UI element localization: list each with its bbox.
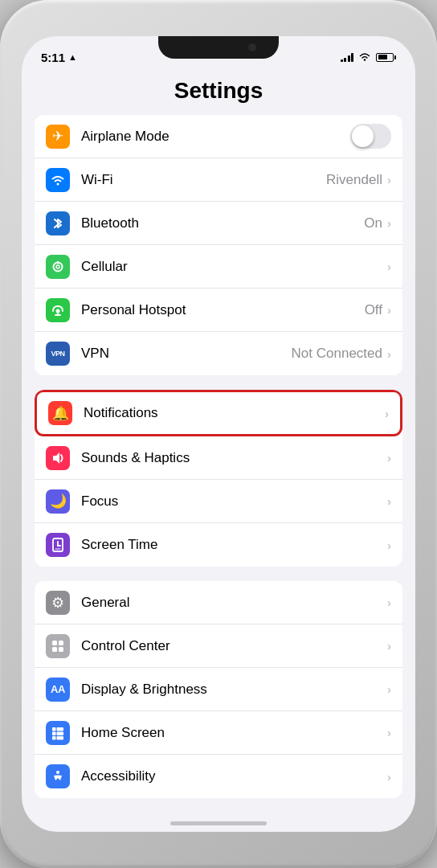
- bluetooth-label: Bluetooth: [81, 215, 364, 231]
- vpn-icon: VPN: [46, 342, 70, 366]
- wifi-label: Wi-Fi: [81, 172, 326, 188]
- cellular-icon: [46, 255, 70, 279]
- phone-frame: 5:11 ▲: [0, 0, 437, 868]
- hotspot-chevron-icon: ›: [387, 303, 391, 317]
- wifi-icon: [46, 168, 70, 192]
- sounds-label: Sounds & Haptics: [81, 450, 387, 466]
- svg-rect-18: [60, 727, 64, 731]
- screen-time-label: Screen Time: [81, 537, 387, 553]
- vpn-label: VPN: [81, 346, 292, 362]
- signal-strength-icon: [341, 52, 354, 62]
- svg-rect-20: [57, 731, 61, 735]
- phone-screen: 5:11 ▲: [22, 36, 415, 832]
- cellular-row[interactable]: Cellular ›: [35, 245, 402, 289]
- svg-rect-17: [57, 727, 61, 731]
- focus-icon: 🌙: [46, 489, 70, 514]
- general-icon: ⚙: [46, 591, 70, 615]
- vpn-value: Not Connected: [292, 346, 382, 362]
- notifications-row[interactable]: 🔔 Notifications ›: [35, 390, 402, 436]
- svg-rect-19: [52, 731, 56, 735]
- screen-time-row[interactable]: Screen Time ›: [35, 523, 402, 567]
- svg-rect-21: [60, 731, 64, 735]
- vpn-row[interactable]: VPN VPN Not Connected ›: [35, 332, 402, 375]
- notch: [158, 36, 279, 59]
- sounds-row[interactable]: Sounds & Haptics ›: [35, 436, 402, 480]
- bluetooth-row[interactable]: Bluetooth On ›: [35, 202, 402, 245]
- time-display: 5:11: [41, 51, 65, 64]
- cellular-label: Cellular: [81, 259, 387, 275]
- hotspot-icon: [46, 298, 70, 322]
- svg-point-25: [56, 771, 59, 774]
- svg-marker-7: [53, 452, 59, 464]
- svg-rect-13: [59, 641, 63, 645]
- screen-time-chevron-icon: ›: [387, 538, 391, 552]
- airplane-mode-label: Airplane Mode: [81, 129, 350, 145]
- svg-rect-24: [60, 736, 64, 740]
- sounds-icon: [46, 446, 70, 470]
- accessibility-row[interactable]: Accessibility ›: [35, 755, 402, 798]
- location-arrow-icon: ▲: [68, 52, 77, 62]
- general-label: General: [81, 595, 387, 611]
- svg-rect-23: [57, 736, 61, 740]
- svg-rect-14: [52, 647, 57, 652]
- home-indicator: [170, 821, 267, 825]
- network-group: ✈ Airplane Mode: [35, 115, 402, 375]
- bluetooth-chevron-icon: ›: [387, 216, 391, 230]
- home-screen-row[interactable]: Home Screen ›: [35, 711, 402, 755]
- airplane-mode-row[interactable]: ✈ Airplane Mode: [35, 115, 402, 158]
- display-row[interactable]: AA Display & Brightness ›: [35, 668, 402, 711]
- wifi-value: Rivendell: [326, 172, 382, 188]
- svg-rect-16: [52, 727, 56, 731]
- wifi-row[interactable]: Wi-Fi Rivendell ›: [35, 158, 402, 202]
- svg-rect-15: [59, 647, 63, 652]
- svg-rect-12: [52, 641, 57, 645]
- accessibility-icon: [46, 764, 70, 788]
- display-chevron-icon: ›: [387, 682, 391, 696]
- settings-content: Settings ✈ Airplane Mode: [22, 72, 415, 832]
- svg-point-2: [56, 265, 59, 268]
- home-screen-icon: [46, 721, 70, 745]
- bluetooth-icon: [46, 211, 70, 235]
- general-row[interactable]: ⚙ General ›: [35, 581, 402, 624]
- control-center-chevron-icon: ›: [387, 639, 391, 653]
- svg-point-0: [57, 182, 59, 185]
- vpn-chevron-icon: ›: [387, 347, 391, 361]
- home-screen-label: Home Screen: [81, 725, 387, 741]
- general-group: ⚙ General › Control Cen: [35, 581, 402, 798]
- notifications-label: Notifications: [84, 405, 385, 421]
- accessibility-chevron-icon: ›: [387, 770, 391, 784]
- control-center-row[interactable]: Control Center ›: [35, 624, 402, 668]
- home-screen-chevron-icon: ›: [387, 726, 391, 739]
- accessibility-label: Accessibility: [81, 768, 387, 784]
- svg-rect-22: [52, 736, 56, 740]
- airplane-mode-toggle[interactable]: [350, 124, 391, 149]
- focus-label: Focus: [81, 493, 387, 510]
- notifications-group: 🔔 Notifications › Sounds & Haptics ›: [35, 390, 402, 567]
- focus-chevron-icon: ›: [387, 494, 391, 508]
- wifi-status-icon: [358, 52, 371, 62]
- wifi-chevron-icon: ›: [387, 173, 391, 186]
- control-center-icon: [46, 634, 70, 658]
- general-chevron-icon: ›: [387, 596, 391, 609]
- page-title: Settings: [35, 72, 402, 115]
- battery-icon: [376, 53, 396, 62]
- hotspot-label: Personal Hotspot: [81, 302, 365, 318]
- screen-time-icon: [46, 533, 70, 557]
- control-center-label: Control Center: [81, 638, 387, 654]
- bluetooth-value: On: [364, 215, 382, 231]
- cellular-chevron-icon: ›: [387, 260, 391, 273]
- airplane-mode-icon: ✈: [46, 125, 70, 149]
- display-label: Display & Brightness: [81, 682, 387, 698]
- status-time: 5:11 ▲: [41, 51, 77, 64]
- status-icons: [341, 52, 397, 62]
- notifications-chevron-icon: ›: [385, 407, 389, 420]
- sounds-chevron-icon: ›: [387, 451, 391, 465]
- notifications-icon: 🔔: [48, 401, 72, 425]
- hotspot-row[interactable]: Personal Hotspot Off ›: [35, 289, 402, 332]
- hotspot-value: Off: [365, 302, 382, 318]
- focus-row[interactable]: 🌙 Focus ›: [35, 480, 402, 523]
- display-icon: AA: [46, 678, 70, 702]
